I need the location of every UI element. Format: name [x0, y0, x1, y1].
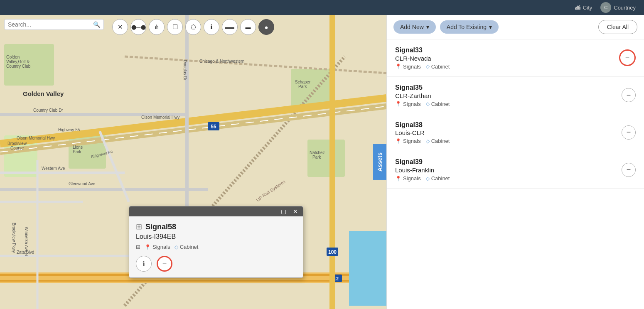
- close-tool-button[interactable]: ✕: [112, 19, 128, 35]
- svg-text:100: 100: [328, 249, 337, 255]
- signal-cabinet-tag-signal38: ◇ Cabinet: [426, 138, 450, 144]
- signal-cabinet-icon-signal38: ◇: [426, 138, 430, 144]
- svg-text:Zata Blvd: Zata Blvd: [17, 250, 34, 255]
- search-input[interactable]: [8, 21, 93, 28]
- rect-fill-tool-button[interactable]: ▬: [240, 19, 256, 35]
- signal-signals-tag-signal35: 📍 Signals: [395, 101, 421, 107]
- popup-body: ⊞ Signal58 Louis-I394EB ⊞ 📍 Signals ◇ Ca…: [129, 216, 303, 277]
- signal-cabinet-tag-signal33: ◇ Cabinet: [426, 64, 450, 70]
- popup-close-button[interactable]: ✕: [291, 208, 300, 215]
- right-panel: Add New ▾ Add To Existing ▾ Clear All Si…: [386, 15, 644, 309]
- signal-sub-signal38: Louis-CLR: [395, 129, 450, 136]
- remove-button-signal38[interactable]: −: [622, 125, 636, 140]
- svg-text:Natchez: Natchez: [310, 150, 325, 155]
- remove-button-signal33[interactable]: −: [619, 49, 636, 66]
- svg-text:Douglas Dr: Douglas Dr: [183, 60, 187, 81]
- svg-text:Olson Memorial Hwy: Olson Memorial Hwy: [17, 136, 55, 140]
- add-existing-label: Add To Existing: [447, 24, 487, 30]
- signal-tags-signal38: 📍 Signals ◇ Cabinet: [395, 138, 450, 144]
- signal-tags-signal35: 📍 Signals ◇ Cabinet: [395, 101, 450, 107]
- svg-text:Brookview Pkwy: Brookview Pkwy: [12, 223, 16, 253]
- remove-button-signal35[interactable]: −: [622, 88, 636, 102]
- signal-sub-signal39: Louis-Franklin: [395, 167, 450, 174]
- signal-tags-signal39: 📍 Signals ◇ Cabinet: [395, 175, 450, 181]
- signal-item: Signal38 Louis-CLR 📍 Signals ◇ Cabinet −: [387, 114, 644, 152]
- signal-item: Signal33 CLR-Nevada 📍 Signals ◇ Cabinet …: [387, 39, 644, 77]
- svg-text:Chicago & Northwestern: Chicago & Northwestern: [199, 59, 244, 64]
- svg-rect-4: [291, 69, 332, 106]
- signal-signals-label-signal33: Signals: [403, 64, 421, 70]
- popup-grid-icon: ⊞: [136, 222, 142, 231]
- signals-list: Signal33 CLR-Nevada 📍 Signals ◇ Cabinet …: [387, 39, 644, 309]
- signal-signal-icon-signal35: 📍: [395, 101, 401, 107]
- signal-signals-label-signal38: Signals: [403, 138, 421, 144]
- svg-text:Valley,Golf &: Valley,Golf &: [6, 59, 30, 64]
- svg-text:Highway 55: Highway 55: [58, 128, 80, 132]
- popup-info-button[interactable]: ℹ: [136, 256, 152, 272]
- map-area[interactable]: UP Rail Systems 394 12 55: [0, 15, 386, 309]
- signal-cabinet-tag-signal39: ◇ Cabinet: [426, 175, 450, 181]
- popup-maximize-button[interactable]: ▢: [279, 208, 288, 215]
- assets-tab[interactable]: Assets: [373, 144, 386, 180]
- edge-tool-button[interactable]: ⬤—⬤: [130, 19, 146, 35]
- signal-signals-label-signal39: Signals: [403, 175, 421, 181]
- signal-tags-signal33: 📍 Signals ◇ Cabinet: [395, 64, 450, 70]
- user-avatar: C: [600, 2, 611, 13]
- signal-signals-tag-signal39: 📍 Signals: [395, 175, 421, 181]
- map-popup: ▢ ✕ ⊞ Signal58 Louis-I394EB ⊞ 📍 Signals …: [129, 206, 303, 278]
- rectangle-tool-button[interactable]: ☐: [167, 19, 183, 35]
- svg-text:Brookview: Brookview: [7, 141, 27, 146]
- svg-text:55: 55: [211, 124, 216, 130]
- search-bar[interactable]: 🔍: [4, 19, 104, 30]
- popup-grid-small-icon: ⊞: [136, 244, 140, 250]
- signal-item: Signal35 CLR-Zarthan 📍 Signals ◇ Cabinet…: [387, 77, 644, 114]
- svg-text:Country Club: Country Club: [6, 64, 31, 69]
- popup-cabinet-icon: ◇: [175, 244, 178, 250]
- signal-cabinet-label-signal38: Cabinet: [431, 138, 450, 144]
- top-bar: 🏙 City C Courtney: [0, 0, 644, 15]
- add-new-dropdown-icon: ▾: [426, 24, 429, 30]
- signal-info-signal39: Signal39 Louis-Franklin 📍 Signals ◇ Cabi…: [395, 158, 450, 181]
- signal-name-signal38: Signal38: [395, 121, 450, 130]
- signal-info-signal33: Signal33 CLR-Nevada 📍 Signals ◇ Cabinet: [395, 46, 450, 70]
- add-new-button[interactable]: Add New ▾: [393, 20, 436, 34]
- add-existing-button[interactable]: Add To Existing ▾: [440, 20, 499, 34]
- svg-text:Golden Valley: Golden Valley: [23, 90, 64, 97]
- svg-text:Country Club Dr: Country Club Dr: [33, 108, 63, 113]
- signal-cabinet-label-signal39: Cabinet: [431, 175, 450, 181]
- signal-sub-signal33: CLR-Nevada: [395, 55, 450, 62]
- signal-signals-tag-signal38: 📍 Signals: [395, 138, 421, 144]
- signal-cabinet-icon-signal39: ◇: [426, 176, 430, 181]
- signal-cabinet-label-signal33: Cabinet: [431, 64, 450, 70]
- signal-name-signal33: Signal33: [395, 46, 450, 55]
- info-tool-button[interactable]: ℹ: [204, 19, 219, 35]
- svg-text:Course: Course: [10, 146, 24, 150]
- city-nav-item[interactable]: 🏙 City: [575, 5, 592, 11]
- popup-cabinet-tag: ◇ Cabinet: [175, 244, 199, 250]
- tree-tool-button[interactable]: ⋔: [149, 19, 165, 35]
- signal-name-signal35: Signal35: [395, 83, 450, 92]
- extra-tool-button[interactable]: ●: [258, 19, 274, 35]
- popup-remove-button[interactable]: −: [157, 256, 172, 272]
- popup-signals-tag: 📍 Signals: [145, 244, 170, 250]
- map-toolbar: ✕ ⬤—⬤ ⋔ ☐ ⬠ ℹ ▬▬ ▬ ●: [112, 19, 274, 35]
- search-icon[interactable]: 🔍: [93, 21, 100, 28]
- svg-text:Olson Memorial Hwy: Olson Memorial Hwy: [141, 115, 179, 120]
- pentagon-tool-button[interactable]: ⬠: [185, 19, 201, 35]
- signal-info-signal38: Signal38 Louis-CLR 📍 Signals ◇ Cabinet: [395, 121, 450, 145]
- svg-text:Park: Park: [298, 84, 307, 89]
- popup-cabinet-label: Cabinet: [180, 244, 199, 250]
- city-nav-label: City: [583, 5, 592, 11]
- remove-button-signal39[interactable]: −: [622, 163, 636, 177]
- popup-signals-label: Signals: [152, 244, 170, 250]
- signal-item: Signal39 Louis-Franklin 📍 Signals ◇ Cabi…: [387, 151, 644, 189]
- popup-tags: ⊞ 📍 Signals ◇ Cabinet: [136, 244, 296, 250]
- popup-signal-icon: 📍: [145, 244, 151, 250]
- signal-info-signal35: Signal35 CLR-Zarthan 📍 Signals ◇ Cabinet: [395, 83, 450, 107]
- signal-cabinet-icon-signal33: ◇: [426, 64, 430, 69]
- measure-tool-button[interactable]: ▬▬: [222, 19, 238, 35]
- user-nav-item[interactable]: C Courtney: [600, 2, 636, 13]
- popup-header: ⊞ Signal58: [136, 222, 296, 231]
- clear-all-button[interactable]: Clear All: [598, 20, 637, 34]
- svg-text:Glenwood Ave: Glenwood Ave: [69, 181, 96, 186]
